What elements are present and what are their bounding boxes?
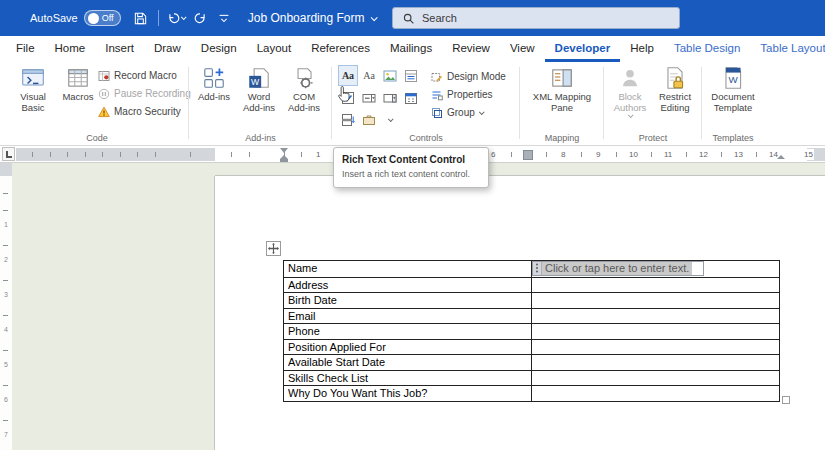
table-cell-label[interactable]: Birth Date [284, 293, 532, 308]
left-indent-marker[interactable] [280, 159, 288, 162]
tab-references[interactable]: References [301, 36, 380, 62]
table-cell-label[interactable]: Name [284, 261, 532, 277]
table-row: Birth Date [284, 292, 779, 308]
content-control-handle-icon[interactable] [533, 262, 542, 275]
plain-text-content-control-button[interactable]: Aa [359, 65, 379, 86]
addins-group-label: Add-ins [192, 133, 329, 143]
table-cell-value[interactable] [532, 278, 779, 293]
table-cell-label[interactable]: Available Start Date [284, 355, 532, 370]
picture-content-control-button[interactable] [380, 65, 400, 86]
repeating-section-content-control-button[interactable] [338, 109, 358, 130]
table-cell-label[interactable]: Position Applied For [284, 340, 532, 355]
tab-review[interactable]: Review [442, 36, 500, 62]
pause-recording-label: Pause Recording [114, 88, 191, 99]
controls-more-chevron-icon[interactable] [380, 109, 400, 130]
macro-security-warning-icon [98, 106, 110, 118]
table-cell-label[interactable]: Address [284, 278, 532, 293]
tab-stop-selector[interactable] [2, 147, 15, 161]
redo-button[interactable] [188, 5, 212, 31]
vertical-ruler[interactable]: 1 2 3 4 5 6 7 [0, 176, 12, 450]
com-addins-button[interactable]: COM Add-ins [283, 65, 325, 113]
rich-text-content-control-button[interactable]: Aa [338, 65, 358, 86]
tab-view[interactable]: View [500, 36, 545, 62]
xml-mapping-pane-button[interactable]: XML Mapping Pane [529, 65, 595, 113]
table-column-marker[interactable] [523, 150, 533, 160]
macros-button[interactable]: Macros [58, 65, 98, 103]
table-cell-label[interactable]: Email [284, 309, 532, 324]
visual-basic-button[interactable]: Visual Basic [10, 65, 56, 113]
tab-mailings[interactable]: Mailings [380, 36, 442, 62]
tab-home[interactable]: Home [45, 36, 96, 62]
content-control[interactable]: Click or tap here to enter text. [532, 261, 704, 276]
restrict-editing-button[interactable]: Restrict Editing [654, 65, 696, 113]
onboarding-form-table[interactable]: Name Click or tap here to enter text. Ad… [283, 260, 780, 402]
table-cell-value[interactable] [532, 355, 779, 370]
ruler-number: 6 [490, 149, 496, 160]
date-picker-content-control-button[interactable] [401, 87, 421, 108]
group-separator [701, 67, 702, 139]
autosave-toggle[interactable]: AutoSave Off [30, 10, 121, 26]
table-resize-handle[interactable] [782, 396, 790, 404]
tab-insert[interactable]: Insert [95, 36, 144, 62]
word-addins-label: Word Add-ins [241, 92, 277, 113]
undo-dropdown-icon[interactable] [181, 14, 187, 20]
legacy-tools-button[interactable] [359, 109, 379, 130]
ruler-number: 3 [0, 290, 12, 299]
autosave-switch[interactable]: Off [84, 10, 121, 26]
table-row: Why Do You Want This Job? [284, 385, 779, 401]
table-cell-label[interactable]: Phone [284, 324, 532, 339]
tab-draw[interactable]: Draw [144, 36, 191, 62]
document-title[interactable]: Job Onboarding Form [248, 11, 377, 25]
table-cell-value[interactable] [532, 293, 779, 308]
ruler-number: 4 [0, 325, 12, 334]
table-cell-value[interactable] [532, 324, 779, 339]
table-cell-value[interactable] [532, 340, 779, 355]
table-cell-value[interactable] [532, 371, 779, 386]
table-move-handle[interactable] [266, 241, 281, 256]
tab-developer[interactable]: Developer [545, 36, 621, 62]
table-cell-value[interactable] [532, 386, 779, 401]
tab-help[interactable]: Help [620, 36, 664, 62]
tab-file[interactable]: File [6, 36, 45, 62]
group-dropdown-icon[interactable] [479, 109, 485, 115]
first-line-indent-marker[interactable] [280, 148, 288, 153]
customize-quick-access-button[interactable] [212, 5, 236, 31]
content-control-placeholder[interactable]: Click or tap here to enter text. [542, 262, 692, 275]
ruler-number: 2 [0, 255, 12, 264]
autosave-label: AutoSave [30, 12, 78, 24]
titlebar-separator [158, 10, 159, 26]
save-button[interactable] [129, 5, 153, 31]
ribbon-group-mapping: XML Mapping Pane Mapping [523, 62, 601, 145]
building-block-gallery-icon [404, 69, 418, 83]
dropdown-list-content-control-button[interactable] [380, 87, 400, 108]
macros-label: Macros [62, 92, 93, 103]
group-button[interactable]: Group [431, 106, 506, 119]
record-macro-button[interactable]: Record Macro [98, 69, 191, 82]
tab-layout[interactable]: Layout [247, 36, 302, 62]
tab-table-layout[interactable]: Table Layout [750, 36, 825, 62]
table-cell-value[interactable] [532, 309, 779, 324]
document-page[interactable]: Name Click or tap here to enter text. Ad… [215, 176, 825, 450]
properties-button[interactable]: Properties [431, 88, 506, 101]
table-row: Skills Check List [284, 370, 779, 386]
tab-table-design[interactable]: Table Design [664, 36, 750, 62]
design-mode-button[interactable]: Design Mode [431, 70, 506, 83]
table-cell-value[interactable]: Click or tap here to enter text. [532, 261, 779, 277]
addins-label: Add-ins [198, 92, 230, 103]
building-block-gallery-control-button[interactable] [401, 65, 421, 86]
controls-group-label: Controls [335, 133, 517, 143]
table-cell-label[interactable]: Why Do You Want This Job? [284, 386, 532, 401]
word-addins-button[interactable]: W Word Add-ins [237, 65, 281, 113]
right-indent-marker[interactable] [777, 155, 785, 159]
document-template-button[interactable]: W Document Template [708, 65, 758, 113]
combo-box-content-control-button[interactable] [359, 87, 379, 108]
macro-security-button[interactable]: Macro Security [98, 105, 191, 118]
addins-button[interactable]: Add-ins [193, 65, 235, 103]
search-box[interactable]: Search [392, 7, 680, 29]
com-addins-label: COM Add-ins [287, 92, 321, 113]
table-cell-label[interactable]: Skills Check List [284, 371, 532, 386]
undo-button[interactable] [164, 5, 188, 31]
group-separator [603, 67, 604, 139]
tab-design[interactable]: Design [191, 36, 247, 62]
word-addins-icon: W [246, 65, 272, 91]
